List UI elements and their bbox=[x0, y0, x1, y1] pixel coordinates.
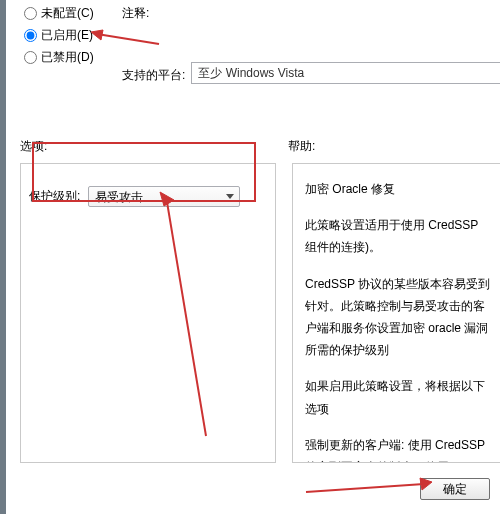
platform-value: 至少 Windows Vista bbox=[191, 62, 500, 84]
options-header: 选项: bbox=[20, 138, 288, 155]
radio-disabled-label: 已禁用(D) bbox=[41, 49, 94, 66]
protect-level-label: 保护级别: bbox=[29, 188, 80, 205]
radio-enabled-input[interactable] bbox=[24, 29, 37, 42]
help-text: CredSSP 协议的某些版本容易受到针对。此策略控制与易受攻击的客户端和服务你… bbox=[305, 273, 493, 362]
platform-label: 支持的平台: bbox=[122, 24, 185, 120]
radio-enabled-label: 已启用(E) bbox=[41, 27, 93, 44]
comment-label: 注释: bbox=[122, 2, 185, 24]
help-text: 此策略设置适用于使用 CredSSP 组件的连接)。 bbox=[305, 214, 493, 258]
radio-not-configured-label: 未配置(C) bbox=[41, 5, 94, 22]
help-text: 如果启用此策略设置，将根据以下选项 bbox=[305, 375, 493, 419]
help-panel: 加密 Oracle 修复 此策略设置适用于使用 CredSSP 组件的连接)。 … bbox=[292, 163, 500, 463]
radio-disabled[interactable]: 已禁用(D) bbox=[6, 46, 116, 68]
radio-not-configured[interactable]: 未配置(C) bbox=[6, 2, 116, 24]
radio-not-configured-input[interactable] bbox=[24, 7, 37, 20]
svg-line-4 bbox=[306, 484, 424, 492]
help-text: 强制更新的客户端: 使用 CredSSP 的客到不安全的版本，使用 CredSS… bbox=[305, 434, 493, 463]
help-text: 加密 Oracle 修复 bbox=[305, 178, 493, 200]
radio-disabled-input[interactable] bbox=[24, 51, 37, 64]
annotation-arrow bbox=[306, 476, 436, 499]
radio-enabled[interactable]: 已启用(E) bbox=[6, 24, 116, 46]
ok-button[interactable]: 确定 bbox=[420, 478, 490, 500]
protect-level-select[interactable]: 易受攻击 bbox=[88, 186, 240, 207]
options-panel: 保护级别: 易受攻击 bbox=[20, 163, 276, 463]
help-header: 帮助: bbox=[288, 138, 315, 155]
